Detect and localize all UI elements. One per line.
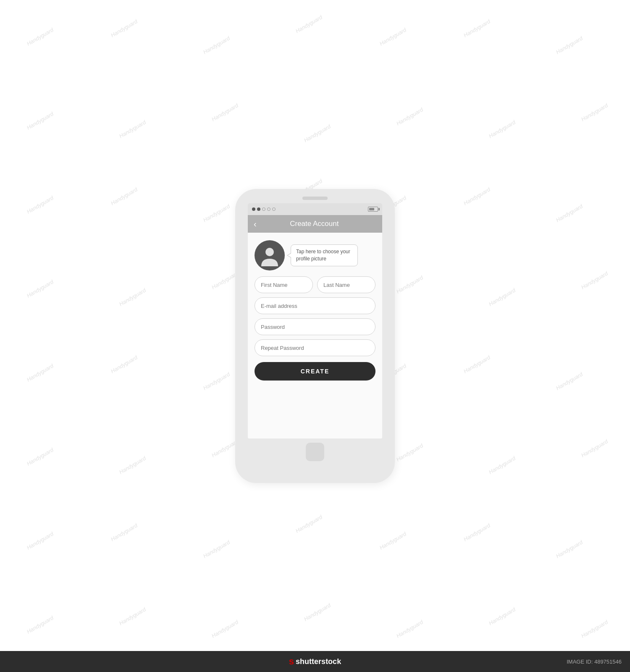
battery-icon bbox=[368, 207, 378, 212]
watermark-text: Handyguard bbox=[26, 446, 55, 467]
watermark-text: Handyguard bbox=[110, 186, 139, 206]
watermark-text: Handyguard bbox=[303, 602, 332, 622]
battery-fill bbox=[369, 208, 374, 210]
watermark-text: Handyguard bbox=[110, 354, 139, 374]
nav-title: Create Account bbox=[261, 220, 368, 228]
watermark-text: Handyguard bbox=[202, 539, 231, 559]
avatar[interactable] bbox=[255, 240, 285, 270]
watermark-text: Handyguard bbox=[488, 606, 517, 626]
watermark-text: Handyguard bbox=[118, 606, 147, 626]
watermark-text: Handyguard bbox=[210, 619, 239, 639]
watermark-text: Handyguard bbox=[202, 35, 231, 55]
watermark-text: Handyguard bbox=[580, 102, 609, 122]
watermark-text: Handyguard bbox=[395, 442, 424, 462]
navigation-bar: ‹ Create Account bbox=[248, 215, 382, 233]
watermark-text: Handyguard bbox=[294, 514, 323, 534]
shutterstock-bar: s shutterstock IMAGE ID: 489751546 bbox=[0, 651, 630, 672]
watermark-text: Handyguard bbox=[26, 362, 55, 383]
watermark-text: Handyguard bbox=[26, 110, 55, 131]
status-bar bbox=[248, 203, 382, 215]
watermark-text: Handyguard bbox=[26, 614, 55, 635]
profile-section: Tap here to choose your profile picture bbox=[255, 240, 375, 270]
watermark-text: Handyguard bbox=[26, 278, 55, 299]
create-button[interactable]: CREATE bbox=[255, 362, 375, 381]
repeat-password-row bbox=[255, 339, 375, 356]
image-id: IMAGE ID: 489751546 bbox=[567, 659, 622, 665]
watermark-text: Handyguard bbox=[555, 371, 584, 391]
shutterstock-logo: s shutterstock bbox=[289, 656, 341, 667]
watermark-text: Handyguard bbox=[580, 270, 609, 290]
watermark-text: Handyguard bbox=[118, 119, 147, 139]
home-button[interactable] bbox=[306, 443, 324, 461]
signal-dots bbox=[252, 207, 276, 211]
watermark-text: Handyguard bbox=[118, 455, 147, 475]
dot-4 bbox=[267, 207, 270, 211]
watermark-text: Handyguard bbox=[110, 18, 139, 38]
screen-content: Tap here to choose your profile picture bbox=[248, 233, 382, 438]
shutterstock-text: shutterstock bbox=[296, 657, 341, 666]
last-name-input[interactable] bbox=[317, 276, 375, 293]
watermark-text: Handyguard bbox=[118, 287, 147, 307]
tap-bubble-text: Tap here to choose your profile picture bbox=[296, 249, 350, 262]
watermark-text: Handyguard bbox=[462, 18, 491, 38]
tap-bubble[interactable]: Tap here to choose your profile picture bbox=[291, 244, 358, 266]
watermark-text: Handyguard bbox=[202, 371, 231, 391]
first-name-input[interactable] bbox=[255, 276, 313, 293]
watermark-text: Handyguard bbox=[210, 102, 239, 122]
watermark-text: Handyguard bbox=[462, 522, 491, 542]
watermark-text: Handyguard bbox=[110, 522, 139, 542]
watermark-text: Handyguard bbox=[488, 287, 517, 307]
watermark-text: Handyguard bbox=[555, 203, 584, 223]
repeat-password-input[interactable] bbox=[255, 339, 375, 356]
name-row bbox=[255, 276, 375, 293]
watermark-text: Handyguard bbox=[26, 530, 55, 551]
back-button[interactable]: ‹ bbox=[254, 220, 257, 228]
watermark-text: Handyguard bbox=[462, 354, 491, 374]
phone-body: ‹ Create Account Tap bbox=[235, 189, 395, 483]
email-input[interactable] bbox=[255, 297, 375, 314]
watermark-text: Handyguard bbox=[395, 274, 424, 294]
dot-5 bbox=[272, 207, 276, 211]
watermark-text: Handyguard bbox=[294, 14, 323, 34]
watermark-text: Handyguard bbox=[303, 123, 332, 143]
watermark-text: Handyguard bbox=[395, 106, 424, 126]
password-input[interactable] bbox=[255, 318, 375, 335]
watermark-text: Handyguard bbox=[378, 26, 407, 47]
phone-earpiece bbox=[302, 197, 328, 200]
shutter-s: s bbox=[289, 656, 294, 667]
watermark-text: Handyguard bbox=[26, 194, 55, 215]
dot-3 bbox=[262, 207, 265, 211]
dot-1 bbox=[252, 207, 255, 211]
email-row bbox=[255, 297, 375, 314]
watermark-text: Handyguard bbox=[580, 438, 609, 458]
watermark-text: Handyguard bbox=[555, 539, 584, 559]
watermark-text: Handyguard bbox=[462, 186, 491, 206]
watermark-text: Handyguard bbox=[488, 455, 517, 475]
password-row bbox=[255, 318, 375, 335]
avatar-icon bbox=[259, 244, 281, 266]
watermark-text: Handyguard bbox=[26, 26, 55, 47]
watermark-text: Handyguard bbox=[378, 530, 407, 551]
watermark-text: Handyguard bbox=[202, 203, 231, 223]
watermark-text: Handyguard bbox=[580, 619, 609, 639]
phone-mockup: ‹ Create Account Tap bbox=[235, 189, 395, 483]
watermark-text: Handyguard bbox=[488, 119, 517, 139]
svg-point-0 bbox=[265, 248, 274, 256]
phone-screen: ‹ Create Account Tap bbox=[248, 203, 382, 438]
dot-2 bbox=[257, 207, 260, 211]
watermark-text: Handyguard bbox=[555, 35, 584, 55]
watermark-text: Handyguard bbox=[395, 619, 424, 639]
